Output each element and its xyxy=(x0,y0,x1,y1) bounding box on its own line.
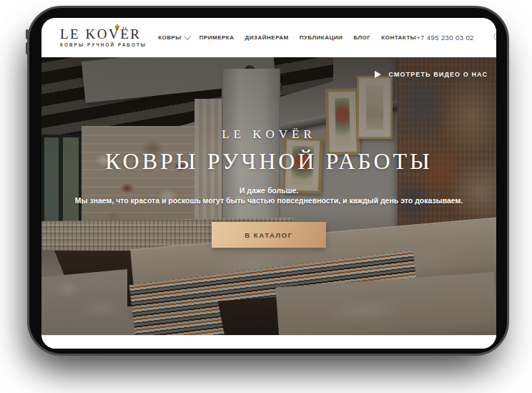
nav-item-label: ПРИМЕРКА xyxy=(200,34,235,41)
nav-item-label: КОВРЫ xyxy=(158,34,182,41)
nav-item-blog[interactable]: БЛОГ xyxy=(353,34,370,41)
site-header: LE KOVËR КОВРЫ РУЧНОЙ РАБОТЫ КОВРЫ ПРИМЕ… xyxy=(41,18,496,57)
search-icon[interactable] xyxy=(493,31,496,44)
watch-video-label: СМОТРЕТЬ ВИДЕО О НАС xyxy=(388,71,488,78)
website-screen: LE KOVËR КОВРЫ РУЧНОЙ РАБОТЫ КОВРЫ ПРИМЕ… xyxy=(41,18,496,349)
screen-bottom-strip xyxy=(41,335,496,349)
hero-subtitle-line-1: И даже больше. xyxy=(41,185,496,195)
nav-item-label: ДИЗАЙНЕРАМ xyxy=(245,34,289,41)
nav-item-publikatsii[interactable]: ПУБЛИКАЦИИ xyxy=(300,34,343,41)
catalog-button[interactable]: В КАТАЛОГ xyxy=(212,222,326,248)
tablet-device-frame: LE KOVËR КОВРЫ РУЧНОЙ РАБОТЫ КОВРЫ ПРИМЕ… xyxy=(27,6,509,356)
nav-item-label: КОНТАКТЫ xyxy=(381,34,416,41)
logo-tagline: КОВРЫ РУЧНОЙ РАБОТЫ xyxy=(60,43,147,47)
hero-main-title: КОВРЫ РУЧНОЙ РАБОТЫ xyxy=(41,148,496,175)
hero-section: СМОТРЕТЬ ВИДЕО О НАС LE KOVЁR КОВРЫ РУЧН… xyxy=(41,57,496,335)
nav-item-label: БЛОГ xyxy=(353,34,370,41)
page-background: LE KOVËR КОВРЫ РУЧНОЙ РАБОТЫ КОВРЫ ПРИМЕ… xyxy=(0,0,532,393)
watch-video-link[interactable]: СМОТРЕТЬ ВИДЕО О НАС xyxy=(375,71,488,78)
nav-item-kontakty[interactable]: КОНТАКТЫ xyxy=(381,34,416,41)
phone-link[interactable]: +7 495 230 03 02 xyxy=(416,34,474,42)
hero-brand-title: LE KOVЁR xyxy=(41,127,496,142)
nav-item-dizayneram[interactable]: ДИЗАЙНЕРАМ xyxy=(245,34,289,41)
nav-item-primerka[interactable]: ПРИМЕРКА xyxy=(200,34,235,41)
play-icon xyxy=(375,71,381,78)
hero-subtitle-line-2: Мы знаем, что красота и роскошь могут бы… xyxy=(41,195,496,205)
chevron-down-icon xyxy=(184,33,191,40)
logo[interactable]: LE KOVËR КОВРЫ РУЧНОЙ РАБОТЫ xyxy=(60,27,147,47)
tablet-volume-up-button xyxy=(26,29,29,39)
hero-text-block: LE KOVЁR КОВРЫ РУЧНОЙ РАБОТЫ И даже боль… xyxy=(41,127,496,248)
logo-title: LE KOVËR xyxy=(60,27,147,41)
nav-item-label: ПУБЛИКАЦИИ xyxy=(300,34,343,41)
tablet-volume-down-button xyxy=(26,42,29,54)
header-icons xyxy=(493,31,496,44)
cta-wrap: В КАТАЛОГ xyxy=(41,222,496,248)
main-nav: КОВРЫ ПРИМЕРКА ДИЗАЙНЕРАМ ПУБЛИКАЦИИ БЛО… xyxy=(158,34,416,41)
nav-item-kovry[interactable]: КОВРЫ xyxy=(158,34,189,41)
hero-subtitle: И даже больше. Мы знаем, что красота и р… xyxy=(41,185,496,205)
